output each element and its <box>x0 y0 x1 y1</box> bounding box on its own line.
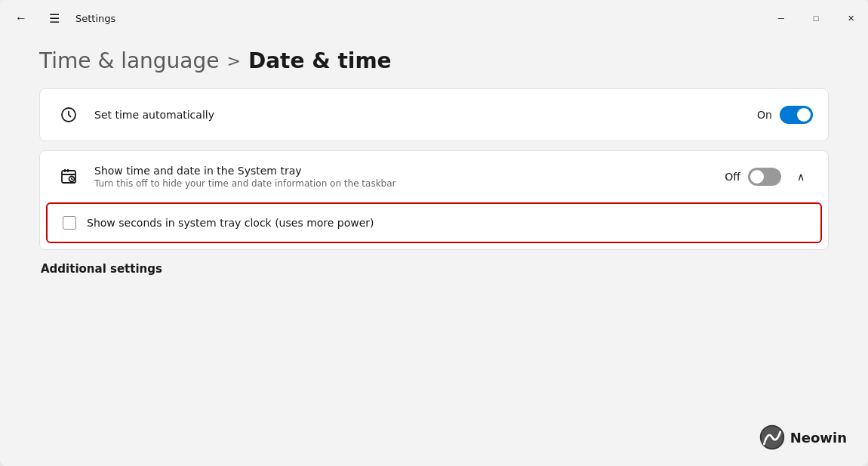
show-time-systray-row: Show time and date in the System tray Tu… <box>40 151 828 202</box>
show-time-systray-status: Off <box>725 171 740 183</box>
show-time-systray-control: Off ∧ <box>725 165 813 189</box>
set-time-auto-status: On <box>757 109 772 121</box>
window-controls: ─ □ ✕ <box>764 6 868 30</box>
breadcrumb-current: Date & time <box>248 48 392 73</box>
breadcrumb-arrow: > <box>227 51 241 70</box>
show-time-systray-toggle[interactable] <box>748 168 781 186</box>
set-time-auto-row: Set time automatically On <box>40 89 828 140</box>
set-time-auto-label: Set time automatically <box>94 109 757 121</box>
set-time-auto-main-label: Set time automatically <box>94 109 757 121</box>
back-button[interactable]: ← <box>9 6 33 30</box>
window-title: Settings <box>75 13 115 24</box>
neowin-logo-icon <box>759 424 786 451</box>
show-seconds-subpanel: Show seconds in system tray clock (uses … <box>46 202 822 243</box>
neowin-text: Neowin <box>790 430 847 446</box>
breadcrumb: Time & language > Date & time <box>39 48 829 73</box>
clock-icon <box>55 101 82 128</box>
minimize-button[interactable]: ─ <box>764 6 799 30</box>
show-time-systray-card: Show time and date in the System tray Tu… <box>39 150 829 250</box>
additional-settings-header: Additional settings <box>39 262 829 276</box>
title-bar-left: ← ☰ Settings <box>9 6 115 30</box>
show-time-systray-label: Show time and date in the System tray Tu… <box>94 165 725 189</box>
maximize-button[interactable]: □ <box>799 6 833 30</box>
calendar-clock-icon <box>55 163 82 190</box>
title-bar: ← ☰ Settings ─ □ ✕ <box>0 0 868 36</box>
set-time-auto-card: Set time automatically On <box>39 88 829 141</box>
show-time-systray-main-label: Show time and date in the System tray <box>94 165 725 177</box>
close-button[interactable]: ✕ <box>833 6 868 30</box>
breadcrumb-parent[interactable]: Time & language <box>39 48 220 73</box>
set-time-auto-toggle[interactable] <box>780 106 813 124</box>
show-time-systray-sub-label: Turn this off to hide your time and date… <box>94 178 725 189</box>
set-time-auto-control: On <box>757 106 813 124</box>
neowin-badge: Neowin <box>759 424 847 451</box>
settings-window: ← ☰ Settings ─ □ ✕ Time & language > Dat… <box>0 0 868 466</box>
show-time-systray-chevron[interactable]: ∧ <box>789 165 813 189</box>
menu-button[interactable]: ☰ <box>42 6 66 30</box>
show-seconds-checkbox[interactable] <box>63 216 76 230</box>
content-area: Time & language > Date & time Set time a… <box>0 36 868 466</box>
show-seconds-label: Show seconds in system tray clock (uses … <box>87 217 374 229</box>
